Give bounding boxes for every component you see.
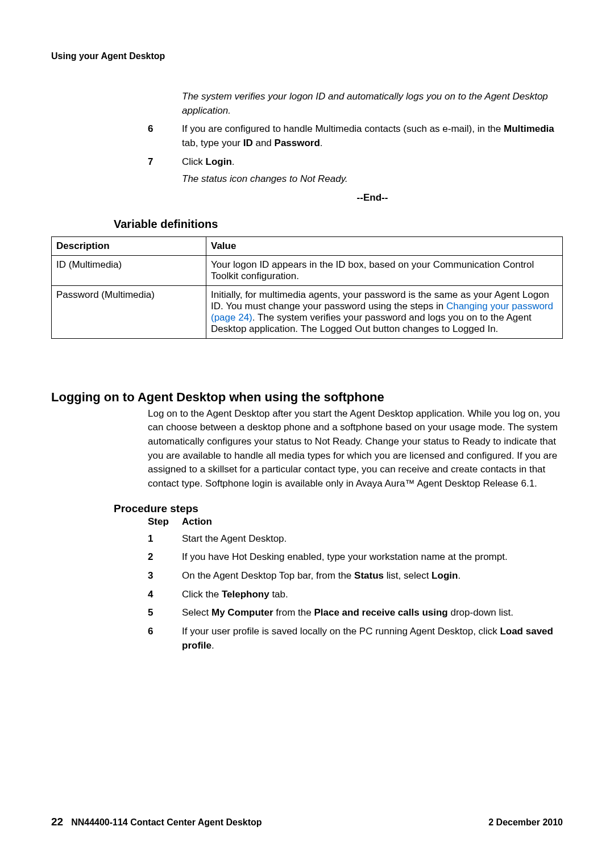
- text-run: tab.: [269, 589, 288, 600]
- step-action: Click the Telephony tab.: [182, 588, 563, 602]
- procedure-step: 2If you have Hot Desking enabled, type y…: [51, 550, 563, 564]
- procedure-step: 6If you are configured to handle Multime…: [51, 122, 563, 150]
- footer-date: 2 December 2010: [488, 817, 563, 828]
- running-head: Using your Agent Desktop: [51, 51, 563, 61]
- text-run: .: [211, 640, 214, 651]
- text-run: .: [458, 570, 460, 581]
- text-run: Start the Agent Desktop.: [182, 533, 287, 544]
- step-number: 7: [148, 155, 182, 169]
- text-run: Click: [182, 156, 206, 167]
- procedure-step: 4Click the Telephony tab.: [51, 588, 563, 602]
- step-result-top: The system verifies your logon ID and au…: [182, 90, 563, 118]
- step-number: 2: [148, 550, 182, 564]
- bold-text: Status: [354, 570, 384, 581]
- page-footer: 22 NN44400-114 Contact Center Agent Desk…: [51, 816, 563, 828]
- text-run: and: [253, 138, 275, 148]
- bold-text: Telephony: [222, 589, 269, 600]
- col-head-step: Step: [148, 516, 182, 528]
- table-header-row: Description Value: [52, 236, 563, 255]
- step-action: If your user profile is saved locally on…: [182, 625, 563, 653]
- step-action: If you have Hot Desking enabled, type yo…: [182, 550, 563, 564]
- step-action: Start the Agent Desktop.: [182, 532, 563, 546]
- step-number: 1: [148, 532, 182, 546]
- table-cell-value: Initially, for multimedia agents, your p…: [206, 285, 563, 338]
- step-number: 5: [148, 606, 182, 620]
- end-marker: --End--: [182, 192, 563, 203]
- document-page: Using your Agent Desktop The system veri…: [0, 0, 614, 868]
- text-run: from the: [273, 607, 314, 618]
- step-action: On the Agent Desktop Top bar, from the S…: [182, 569, 563, 583]
- text-run: list, select: [384, 570, 432, 581]
- table-header-description: Description: [52, 236, 206, 255]
- section-body: Log on to the Agent Desktop after you st…: [148, 407, 563, 491]
- variable-definitions-heading: Variable definitions: [114, 218, 563, 231]
- table-row: ID (Multimedia)Your logon ID appears in …: [52, 255, 563, 285]
- text-run: If your user profile is saved locally on…: [182, 626, 500, 637]
- bold-text: Multimedia: [504, 123, 554, 134]
- procedure-step: 7Click Login.: [51, 155, 563, 169]
- text-run: On the Agent Desktop Top bar, from the: [182, 570, 354, 581]
- text-run: drop-down list.: [448, 607, 513, 618]
- step-number: 6: [148, 625, 182, 653]
- procedure-step: 3On the Agent Desktop Top bar, from the …: [51, 569, 563, 583]
- table-cell-description: ID (Multimedia): [52, 255, 206, 285]
- step-action: Select My Computer from the Place and re…: [182, 606, 563, 620]
- table-row: Password (Multimedia)Initially, for mult…: [52, 285, 563, 338]
- text-run: If you have Hot Desking enabled, type yo…: [182, 551, 508, 562]
- text-run: If you are configured to handle Multimed…: [182, 123, 504, 134]
- step-action: If you are configured to handle Multimed…: [182, 122, 563, 150]
- text-run: .: [232, 156, 235, 167]
- procedure-column-heads: Step Action: [148, 516, 563, 528]
- col-head-action: Action: [182, 516, 212, 528]
- text-run: . The system verifies your password and …: [211, 312, 532, 334]
- table-cell-description: Password (Multimedia): [52, 285, 206, 338]
- step-number: 4: [148, 588, 182, 602]
- text-run: Your logon ID appears in the ID box, bas…: [211, 259, 534, 281]
- step-number: 6: [148, 122, 182, 150]
- bold-text: My Computer: [211, 607, 273, 618]
- table-header-value: Value: [206, 236, 563, 255]
- procedure-steps-heading: Procedure steps: [114, 502, 563, 515]
- section-title: Logging on to Agent Desktop when using t…: [51, 390, 563, 405]
- text-run: Click the: [182, 589, 222, 600]
- procedure-step: 5Select My Computer from the Place and r…: [51, 606, 563, 620]
- doc-id: NN44400-114 Contact Center Agent Desktop: [71, 817, 262, 828]
- step-number: 3: [148, 569, 182, 583]
- bold-text: Password: [275, 138, 320, 148]
- text-run: tab, type your: [182, 138, 243, 148]
- bold-text: Login: [432, 570, 458, 581]
- bold-text: Login: [206, 156, 232, 167]
- table-cell-value: Your logon ID appears in the ID box, bas…: [206, 255, 563, 285]
- procedure-step: 6If your user profile is saved locally o…: [51, 625, 563, 653]
- bold-text: ID: [243, 138, 253, 148]
- bold-text: Place and receive calls using: [314, 607, 447, 618]
- text-run: .: [320, 138, 323, 148]
- step-action: Click Login.: [182, 155, 563, 169]
- procedure-step: 1Start the Agent Desktop.: [51, 532, 563, 546]
- text-run: Select: [182, 607, 211, 618]
- step-result: The status icon changes to Not Ready.: [182, 172, 563, 186]
- page-number: 22: [51, 816, 63, 828]
- variable-definitions-table: Description Value ID (Multimedia)Your lo…: [51, 236, 563, 339]
